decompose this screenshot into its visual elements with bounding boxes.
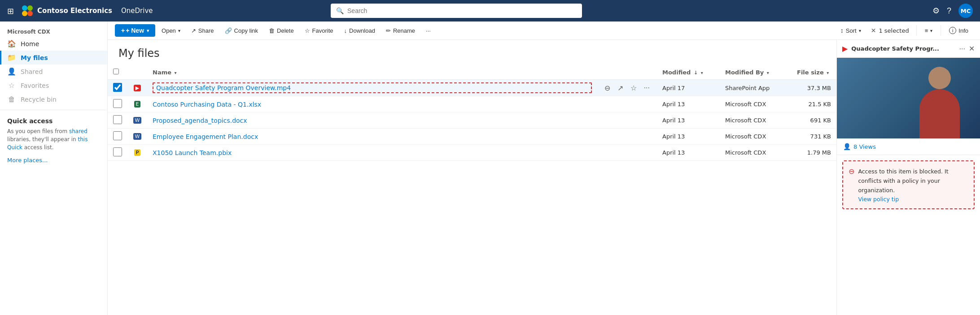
file-checkbox[interactable] xyxy=(113,147,122,156)
help-button[interactable]: ? xyxy=(947,6,951,16)
view-toggle-button[interactable]: ≡ ▾ xyxy=(920,25,937,37)
file-exclude-button[interactable]: ⊖ xyxy=(603,83,612,93)
file-checkbox[interactable] xyxy=(113,99,122,108)
file-modified-by: Microsoft CDX xyxy=(720,129,792,145)
sidebar-item-recycle-label: Recycle bin xyxy=(21,96,57,103)
favorites-icon: ☆ xyxy=(7,81,16,90)
svg-point-1 xyxy=(27,5,33,11)
modifiedby-dropdown-arrow: ▾ xyxy=(767,70,769,75)
search-icon: 🔍 xyxy=(336,7,344,14)
more-label: ··· xyxy=(426,27,431,34)
file-modified-by: Microsoft CDX xyxy=(720,145,792,161)
sort-dropdown-arrow: ▾ xyxy=(859,28,861,33)
folder-icon: 📁 xyxy=(7,53,16,62)
file-name[interactable]: Contoso Purchasing Data - Q1.xlsx xyxy=(153,101,261,108)
policy-link[interactable]: View policy tip xyxy=(858,196,899,203)
new-button[interactable]: + + New ▾ xyxy=(115,24,155,37)
blocked-text: Access to this item is blocked. It confl… xyxy=(858,168,948,194)
panel-views: 👤 8 Views xyxy=(837,138,980,155)
sidebar-app-label: Microsoft CDX xyxy=(0,25,107,37)
app-name: OneDrive xyxy=(121,7,153,15)
file-type-icon: W xyxy=(133,116,142,125)
favorite-label: Favorite xyxy=(312,27,333,34)
company-name: Contoso Electronics xyxy=(37,7,112,15)
rename-label: Rename xyxy=(393,27,415,34)
sidebar-item-home[interactable]: 🏠 Home xyxy=(0,37,107,51)
settings-button[interactable]: ⚙ xyxy=(932,6,940,16)
share-label: Share xyxy=(198,27,214,34)
this-quick-link[interactable]: this Quick xyxy=(7,136,88,151)
panel-views-count: 8 Views xyxy=(853,143,876,150)
sidebar-item-myfiles[interactable]: 📁 My files xyxy=(0,51,107,65)
favorite-button[interactable]: ☆ Favorite xyxy=(300,25,338,37)
svg-point-3 xyxy=(27,11,33,16)
open-button[interactable]: Open ▾ xyxy=(157,25,185,37)
toolbar-separator-2 xyxy=(941,25,941,36)
panel-header: ▶ Quadcopter Safety Progr... ··· ✕ xyxy=(837,40,980,58)
file-share-button[interactable]: ↗ xyxy=(616,83,625,93)
name-sort-arrow: ▾ xyxy=(175,70,177,75)
avatar[interactable]: MC xyxy=(958,4,973,18)
select-all-checkbox[interactable] xyxy=(113,69,119,74)
clear-selection-button[interactable]: ✕ xyxy=(871,27,876,34)
panel-more-button[interactable]: ··· xyxy=(959,45,965,53)
views-icon: 👤 xyxy=(843,143,851,150)
new-plus-icon: + xyxy=(121,27,125,34)
delete-icon: 🗑 xyxy=(269,27,275,34)
sort-button[interactable]: ↕ Sort ▾ xyxy=(836,24,866,37)
page-title: My files xyxy=(108,40,836,65)
col-modifiedby-header[interactable]: Modified By ▾ xyxy=(720,65,792,80)
sidebar-item-recycle[interactable]: 🗑 Recycle bin xyxy=(0,92,107,106)
grid-icon[interactable]: ⊞ xyxy=(7,6,14,16)
col-filesize-header[interactable]: File size ▾ xyxy=(792,65,836,80)
file-modified-by: SharePoint App xyxy=(720,80,792,96)
file-modified: April 17 xyxy=(657,80,720,96)
share-button[interactable]: ↗ Share xyxy=(187,25,219,37)
file-more-button[interactable]: ··· xyxy=(642,83,652,93)
sidebar-item-favorites[interactable]: ☆ Favorites xyxy=(0,78,107,92)
access-blocked-box: ⊖ Access to this item is blocked. It con… xyxy=(842,160,975,209)
quick-access: Quick access As you open files from shar… xyxy=(0,114,107,155)
file-name[interactable]: Proposed_agenda_topics.docx xyxy=(153,117,247,124)
search-bar[interactable]: 🔍 xyxy=(331,4,582,18)
selected-count: 1 selected xyxy=(879,27,909,34)
col-name-header[interactable]: Name ▾ xyxy=(147,65,597,80)
file-checkbox[interactable] xyxy=(113,115,122,124)
sidebar-item-shared[interactable]: 👤 Shared xyxy=(0,65,107,78)
col-modified-header[interactable]: Modified ↓ ▾ xyxy=(657,65,720,80)
shared-link[interactable]: shared xyxy=(69,128,88,134)
rename-icon: ✏ xyxy=(386,27,391,34)
file-type-icon: E xyxy=(133,100,142,109)
panel-close-button[interactable]: ✕ xyxy=(969,44,975,53)
info-button[interactable]: i Info xyxy=(945,24,973,37)
panel-video-thumbnail xyxy=(837,58,980,138)
more-button[interactable]: ··· xyxy=(421,25,435,37)
file-modified: April 13 xyxy=(657,96,720,112)
file-name[interactable]: Quadcopter Safety Program Overview.mp4 xyxy=(156,84,291,91)
file-favorite-button[interactable]: ☆ xyxy=(629,83,639,93)
nav-logo: Contoso Electronics xyxy=(21,4,112,17)
file-name[interactable]: X1050 Launch Team.pbix xyxy=(153,149,232,156)
more-places-link[interactable]: More places... xyxy=(0,155,107,165)
col-check-header xyxy=(108,65,127,80)
open-dropdown-arrow: ▾ xyxy=(178,28,180,33)
rename-button[interactable]: ✏ Rename xyxy=(381,25,420,37)
toolbar: + + New ▾ Open ▾ ↗ Share 🔗 Copy link 🗑 D… xyxy=(108,22,980,40)
file-name[interactable]: Employee Engagement Plan.docx xyxy=(153,133,258,140)
info-icon: i xyxy=(949,27,956,34)
delete-button[interactable]: 🗑 Delete xyxy=(264,25,298,37)
download-button[interactable]: ↓ Download xyxy=(340,25,380,37)
table-row: WEmployee Engagement Plan.docxApril 13Mi… xyxy=(108,129,836,145)
quick-access-title: Quick access xyxy=(7,117,100,125)
filesize-dropdown-arrow: ▾ xyxy=(827,70,829,75)
file-area: My files Name ▾ xyxy=(108,40,980,315)
search-input[interactable] xyxy=(347,7,577,14)
selected-badge: ✕ 1 selected xyxy=(867,25,913,36)
video-placeholder xyxy=(837,58,980,138)
main-layout: Microsoft CDX 🏠 Home 📁 My files 👤 Shared… xyxy=(0,22,980,315)
new-dropdown-arrow: ▾ xyxy=(147,28,149,33)
sidebar-item-favorites-label: Favorites xyxy=(21,82,49,89)
file-checkbox[interactable] xyxy=(113,83,122,92)
copy-link-button[interactable]: 🔗 Copy link xyxy=(220,25,262,37)
file-checkbox[interactable] xyxy=(113,131,122,140)
